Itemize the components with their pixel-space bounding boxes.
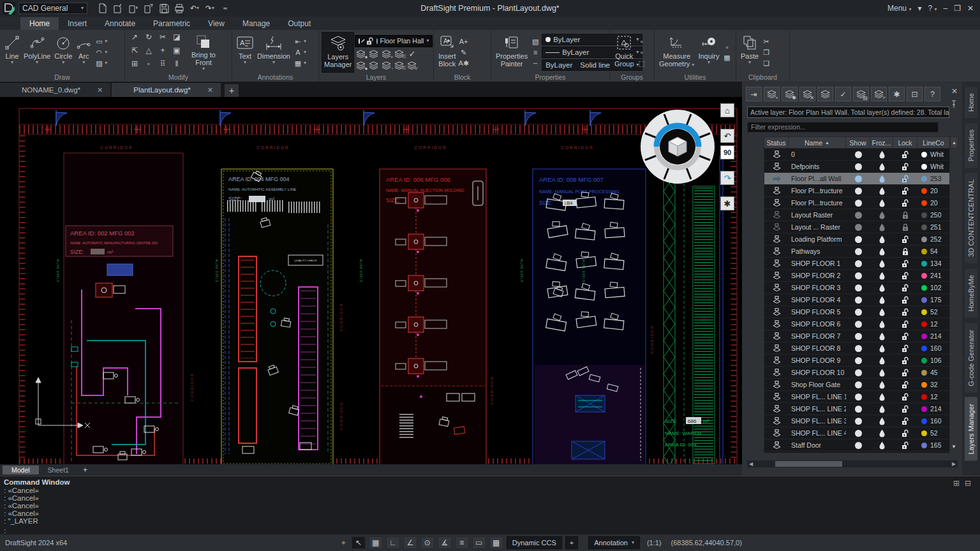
layer-linecolor[interactable]: 252	[917, 233, 949, 245]
layer-properties-button[interactable]: ▤	[853, 87, 869, 101]
column-frozen[interactable]: Froz...	[870, 137, 893, 148]
horizontal-scrollbar[interactable]: ◀ ▶	[747, 460, 958, 467]
layer-row[interactable]: SHOP FL... LINE 3160	[764, 415, 949, 427]
layer-linecolor[interactable]: 175	[917, 294, 949, 305]
column-name[interactable]: Name▲	[789, 137, 846, 148]
ribbon-tab-insert[interactable]: Insert	[59, 17, 96, 30]
layer-frozen-icon[interactable]	[870, 209, 893, 221]
move-icon[interactable]: ↗	[128, 33, 142, 42]
thaw-layer-icon[interactable]: ◦	[380, 61, 392, 70]
layer-status-icon[interactable]	[764, 342, 789, 354]
save-icon[interactable]	[158, 2, 170, 15]
activate-check-icon[interactable]: ✓	[406, 49, 418, 59]
layer-name[interactable]: Staff Door	[789, 439, 846, 451]
layer-name[interactable]: SHOP FL... LINE 2	[789, 403, 846, 415]
layer-show-icon[interactable]	[846, 318, 870, 330]
layer-lock-icon[interactable]	[893, 173, 917, 184]
layer-linecolor[interactable]: 12	[917, 391, 949, 402]
trim-icon[interactable]: ✂	[156, 33, 170, 42]
command-prompt[interactable]: :	[0, 527, 980, 534]
erase-icon[interactable]: ◪	[170, 33, 184, 42]
layer-name[interactable]: SHOP FL... LINE 3	[789, 415, 846, 427]
column-status[interactable]: Status	[764, 137, 789, 148]
layer-show-icon[interactable]	[846, 258, 870, 269]
help-button[interactable]: ?	[924, 87, 940, 101]
add-sheet-button[interactable]: +	[78, 466, 93, 474]
layer-name[interactable]: SHOP FLOOR 1	[789, 258, 846, 269]
dock-panel-button[interactable]: ⇥	[746, 87, 762, 101]
layer-name[interactable]: Defpoints	[789, 161, 846, 172]
close-button[interactable]: ✕	[967, 4, 974, 13]
table-scroll-up-button[interactable]: ▲	[950, 136, 958, 149]
layer-row[interactable]: SHOP FLOOR 1045	[764, 367, 949, 379]
layer-row[interactable]: SHOP FLOOR 552	[764, 306, 949, 318]
layer-row[interactable]: Floor Pl...tructure20	[764, 185, 949, 197]
ribbon-tab-manage[interactable]: Manage	[234, 17, 279, 30]
ungroup-icon[interactable]: ▫	[637, 48, 647, 57]
hide-layer-icon[interactable]: ●	[355, 49, 367, 59]
ribbon-tab-annotate[interactable]: Annotate	[96, 17, 144, 30]
redo-button[interactable]: ↷▾	[204, 2, 216, 15]
grid-snap-button[interactable]: ▦	[369, 536, 383, 549]
layer-linecolor[interactable]: 253	[917, 173, 949, 184]
layer-linecolor[interactable]: 250	[917, 209, 949, 221]
side-tab-homebyme[interactable]: HomeByMe	[965, 268, 977, 318]
paste-button[interactable]: Paste▾	[739, 32, 761, 73]
layer-state-icon[interactable]: ✓	[406, 61, 418, 70]
layer-show-icon[interactable]	[846, 391, 870, 402]
command-expand-icon[interactable]: ⊞	[953, 479, 960, 488]
view-settings-button[interactable]: ✱	[720, 196, 734, 210]
layer-lock-icon[interactable]	[893, 342, 917, 354]
inquiry-button[interactable]: Inquiry▾	[696, 32, 721, 73]
layer-status-icon[interactable]	[764, 318, 789, 330]
layer-status-icon[interactable]	[764, 258, 789, 269]
new-vp-layer-button[interactable]: ✱	[782, 87, 798, 101]
calculator-icon[interactable]: ▦	[722, 53, 732, 62]
layer-row[interactable]: SHOP FLOOR 612	[764, 318, 949, 330]
panel-pin-icon[interactable]	[951, 99, 957, 111]
rectangle-icon-caret[interactable]: ▾	[105, 39, 107, 44]
layer-show-icon[interactable]	[846, 161, 870, 172]
line-button[interactable]: Line▾	[3, 32, 22, 73]
layer-lock-icon[interactable]	[893, 233, 917, 245]
explode-icon[interactable]: ⠿	[156, 59, 170, 69]
layer-frozen-icon[interactable]	[870, 258, 893, 269]
tab-sheet1[interactable]: Sheet1	[39, 466, 78, 474]
layer-linecolor[interactable]: 52	[917, 427, 949, 439]
dynamic-ccs-button[interactable]: Dynamic CCS	[507, 536, 562, 549]
layer-name[interactable]: 0	[789, 149, 846, 160]
layer-lock-icon[interactable]	[893, 330, 917, 342]
column-lock[interactable]: Lock	[893, 137, 917, 148]
rectangle-icon[interactable]: ▭	[94, 37, 104, 47]
import-icon[interactable]	[127, 2, 140, 15]
layer-name[interactable]: Floor Pl...tructure	[789, 197, 846, 209]
bring-to-front-button[interactable]: Bring to Front▾	[184, 32, 223, 73]
layer-status-icon[interactable]	[764, 427, 789, 439]
define-block-icon[interactable]: A+	[459, 37, 469, 47]
layer-linecolor[interactable]: Whit	[917, 161, 949, 172]
filter-expression-input[interactable]: Filter expression...	[747, 122, 939, 133]
layer-name[interactable]: SHOP FLOOR 3	[789, 282, 846, 293]
panel-close-icon[interactable]: ✕	[951, 87, 958, 96]
show-layer-icon[interactable]: ●	[355, 61, 367, 70]
ellipse-icon-caret[interactable]: ▾	[105, 50, 107, 55]
layer-status-icon[interactable]	[764, 294, 789, 305]
layer-name[interactable]: SHOP FL... LINE 1	[789, 391, 846, 402]
layer-linecolor[interactable]: 106	[917, 355, 949, 366]
linestyle-icon[interactable]: ┄	[530, 59, 540, 68]
pattern-icon[interactable]: ⊞	[128, 59, 142, 69]
layer-status-icon[interactable]	[764, 355, 789, 366]
layer-lock-icon[interactable]	[893, 415, 917, 427]
fill-button[interactable]: ▩	[489, 536, 503, 549]
layer-frozen-icon[interactable]	[870, 173, 893, 184]
close-tab-icon[interactable]: ✕	[97, 86, 103, 94]
fillet-icon[interactable]: +	[156, 46, 170, 55]
mirror-icon[interactable]: △	[142, 46, 156, 55]
layer-show-icon[interactable]	[846, 233, 870, 245]
add-ccs-button[interactable]: +	[565, 536, 578, 549]
layer-show-icon[interactable]	[846, 209, 870, 221]
edit-block-icon[interactable]: ✎	[459, 48, 469, 57]
layer-name[interactable]: SHOP FLOOR 8	[789, 342, 846, 354]
layer-status-icon[interactable]	[764, 161, 789, 172]
layer-frozen-icon[interactable]	[870, 221, 893, 233]
